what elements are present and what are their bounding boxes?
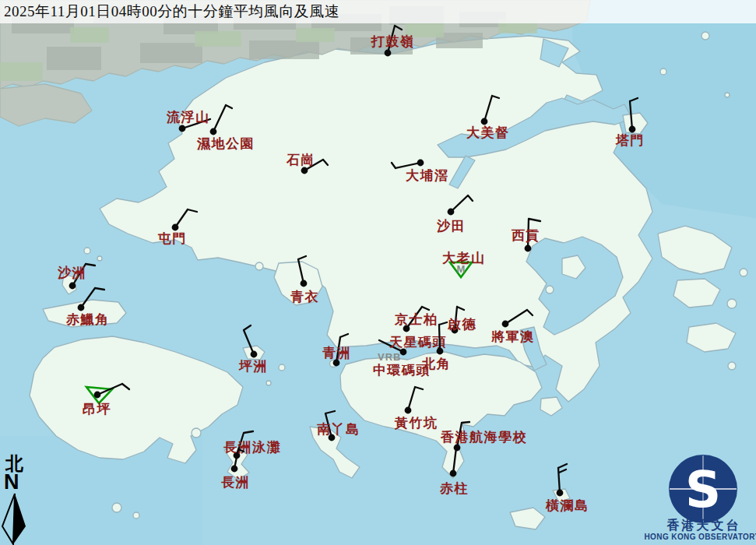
map-title: 2025年11月01日04時00分的十分鐘平均風向及風速 bbox=[4, 2, 339, 22]
hko-logo-name-cn: 香港天文台 bbox=[663, 518, 745, 534]
hko-logo-name-en: HONG KONG OBSERVATORY bbox=[644, 533, 756, 541]
north-arrow bbox=[2, 494, 26, 544]
hko-logo: S bbox=[669, 455, 737, 523]
wind-map-screen: 打鼓嶺流浮山濕地公園石崗大埔滘大美督塔門屯門沙洲赤鱲角青衣沙田西貢M大老山京士柏… bbox=[0, 0, 756, 545]
north-label-en: N bbox=[4, 470, 19, 494]
